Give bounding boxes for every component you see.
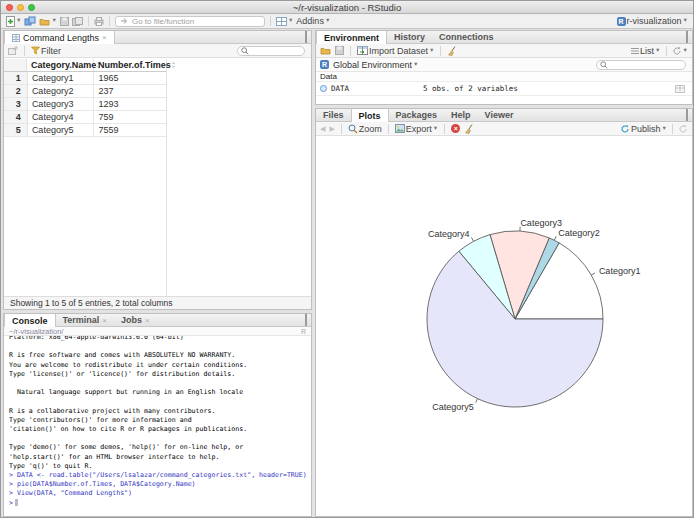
tab-console[interactable]: Console <box>4 314 56 327</box>
chevron-down-icon: ▼ <box>413 62 418 68</box>
table-row[interactable]: 4 Category4 759 <box>4 111 166 124</box>
save-icon <box>60 17 69 26</box>
addins-button[interactable]: Addins ▼ <box>296 16 330 26</box>
zoom-plot-button[interactable]: Zoom <box>348 124 382 134</box>
maximize-pane-button[interactable] <box>686 32 688 42</box>
console-command-line: > View(DATA, "Command Lengths") <box>9 489 311 498</box>
tab-environment[interactable]: Environment <box>316 31 387 44</box>
sort-icon <box>171 61 176 69</box>
clear-workspace-broom-icon[interactable] <box>447 46 457 56</box>
open-file-button[interactable]: ▼ <box>39 17 56 26</box>
printer-icon <box>94 17 104 26</box>
chevron-down-icon: ▼ <box>325 18 330 24</box>
view-table-icon[interactable] <box>675 85 685 93</box>
tab-packages[interactable]: Packages <box>389 109 445 121</box>
chevron-down-icon: ▼ <box>433 126 438 132</box>
column-header-number-of-times[interactable]: Number.of.Times <box>94 59 166 71</box>
new-file-button[interactable]: ▼ <box>6 16 21 27</box>
export-plot-button[interactable]: Export ▼ <box>395 124 438 134</box>
refresh-environment-button[interactable]: ▼ <box>672 46 688 56</box>
console-pane: Console Terminal× Jobs× ~/r-visualizatio… <box>3 313 312 517</box>
main-toolbar: ▼ ▼ ▼ Addins ▼ R r-visualization ▼ <box>1 14 693 29</box>
console-prompt-line[interactable]: > <box>9 499 311 508</box>
pane-layout-button[interactable]: ▼ <box>276 17 293 26</box>
rownum-header[interactable] <box>4 59 27 71</box>
close-icon[interactable]: × <box>102 316 107 325</box>
tab-terminal[interactable]: Terminal× <box>56 314 115 326</box>
print-button[interactable] <box>94 17 104 26</box>
environment-search-box <box>596 60 686 70</box>
publish-button[interactable]: Publish ▼ <box>620 124 667 134</box>
maximize-pane-button[interactable] <box>686 110 688 120</box>
project-menu-button[interactable]: R r-visualization ▼ <box>617 16 688 26</box>
tab-viewer[interactable]: Viewer <box>478 109 521 121</box>
viewer-tabbar: Command Lengths × <box>4 31 311 44</box>
tab-help[interactable]: Help <box>444 109 478 121</box>
refresh-plot-icon[interactable] <box>678 124 688 134</box>
save-workspace-icon[interactable] <box>335 46 344 55</box>
global-environment-dropdown[interactable]: Global Environment ▼ <box>333 60 419 70</box>
publish-icon <box>620 124 630 134</box>
pie-label-category5: Category5 <box>432 402 474 412</box>
r-global-env-icon: R <box>320 60 329 69</box>
maximize-pane-button[interactable] <box>305 315 307 325</box>
table-row[interactable]: 3 Category3 1293 <box>4 98 166 111</box>
clear-all-plots-broom-icon[interactable] <box>464 124 474 134</box>
table-row[interactable]: 5 Category5 7559 <box>4 124 166 137</box>
viewer-search-box <box>237 46 305 56</box>
toolbar-separator <box>109 16 110 26</box>
toolbar-separator <box>444 124 445 134</box>
table-row[interactable]: 2 Category2 237 <box>4 85 166 98</box>
chevron-down-icon: ▼ <box>51 18 56 24</box>
chevron-down-icon: ▼ <box>288 18 293 24</box>
filter-button[interactable]: Filter <box>31 46 61 56</box>
new-project-icon <box>24 16 36 26</box>
viewer-toolbar: Filter <box>4 44 311 58</box>
remove-plot-button[interactable]: × <box>451 124 460 133</box>
text-cursor <box>15 499 19 506</box>
search-icon <box>241 47 249 55</box>
pie-label-category1: Category1 <box>599 266 641 276</box>
tab-command-lengths[interactable]: Command Lengths × <box>4 31 115 44</box>
rstudio-window: { "window": { "title": "~/r-visualizatio… <box>0 0 694 518</box>
column-header-category-name[interactable]: Category.Name <box>27 59 94 71</box>
chevron-down-icon: ▼ <box>683 48 688 54</box>
tab-jobs[interactable]: Jobs× <box>114 314 157 326</box>
popout-icon[interactable] <box>8 46 18 55</box>
toolbar-separator <box>88 16 89 26</box>
tab-history[interactable]: History <box>387 31 432 43</box>
save-button[interactable] <box>60 17 69 26</box>
pie-label-leader-line <box>591 273 595 275</box>
close-icon[interactable]: × <box>102 33 107 42</box>
list-view-button[interactable]: List ▼ <box>631 46 660 56</box>
environment-object-row[interactable]: DATA 5 obs. of 2 variables <box>316 82 692 96</box>
goto-arrow-icon <box>120 17 129 25</box>
close-icon[interactable]: × <box>145 316 150 325</box>
console-body[interactable]: Platform: x86_64-apple-darwin13.6.0 (64-… <box>4 336 311 516</box>
pie-label-leader-line <box>554 236 556 240</box>
tab-connections[interactable]: Connections <box>432 31 501 43</box>
load-workspace-icon[interactable] <box>320 46 331 55</box>
tab-plots[interactable]: Plots <box>351 109 389 122</box>
tab-files[interactable]: Files <box>316 109 351 121</box>
previous-plot-button[interactable]: ◀ <box>320 125 325 133</box>
next-plot-button[interactable]: ▶ <box>329 125 334 133</box>
table-header-row: Category.Name Number.of.Times <box>4 59 166 72</box>
import-dataset-button[interactable]: Import Dataset ▼ <box>357 46 434 56</box>
pie-chart: Category1Category2Category3Category4Cate… <box>316 137 692 517</box>
maximize-pane-button[interactable] <box>305 32 307 42</box>
open-folder-icon <box>39 17 50 26</box>
goto-file-input[interactable] <box>132 17 260 26</box>
new-project-button[interactable] <box>24 16 36 26</box>
console-command-history: > DATA <- read.table("/Users/lsalazar/co… <box>9 471 311 499</box>
environment-search-input[interactable] <box>610 60 682 69</box>
publish-label: Publish <box>631 124 661 134</box>
viewer-search-input[interactable] <box>251 46 301 55</box>
environment-tabbar: Environment History Connections <box>316 31 692 44</box>
data-object-icon <box>320 85 327 92</box>
list-icon <box>631 47 639 55</box>
save-all-button[interactable] <box>72 17 83 26</box>
toolbar-separator <box>440 46 441 56</box>
console-output: Platform: x86_64-apple-darwin13.6.0 (64-… <box>9 336 311 471</box>
table-row[interactable]: 1 Category1 1965 <box>4 72 166 85</box>
